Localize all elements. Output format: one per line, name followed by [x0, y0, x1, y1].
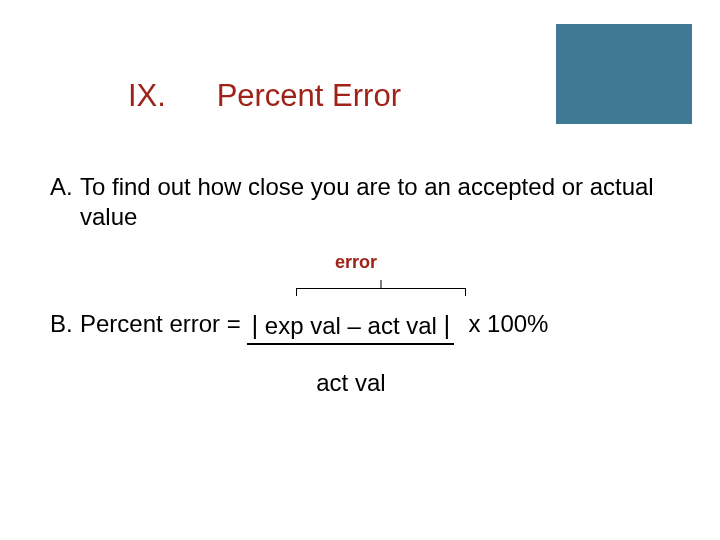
- bullet-a: A.To find out how close you are to an ac…: [50, 172, 680, 232]
- numerator-text: exp val – act val: [258, 312, 443, 339]
- bullet-a-text: To find out how close you are to an acce…: [80, 172, 680, 232]
- formula-numerator: | exp val – act val |: [247, 310, 454, 345]
- slide: IX. Percent Error A.To find out how clos…: [0, 0, 720, 540]
- formula-lead: Percent error =: [80, 310, 247, 337]
- bracket-left: [296, 288, 297, 296]
- error-annotation-label: error: [335, 252, 377, 273]
- formula-times: x 100%: [454, 310, 548, 338]
- title-roman: IX.: [128, 78, 208, 114]
- formula-fraction: | exp val – act val |act val: [247, 310, 454, 397]
- bracket-right: [465, 288, 466, 296]
- bullet-a-marker: A.: [50, 172, 80, 202]
- header-accent-block: [556, 24, 692, 124]
- title-text: Percent Error: [217, 78, 401, 113]
- bullet-b: B.Percent error = | exp val – act val |a…: [50, 310, 700, 397]
- bracket-bar: [296, 288, 466, 289]
- bullet-b-marker: B.: [50, 310, 80, 338]
- bracket-annotation: [296, 280, 466, 298]
- formula-denominator: act val: [247, 345, 454, 397]
- abs-close: |: [444, 310, 451, 340]
- slide-title: IX. Percent Error: [128, 78, 401, 114]
- bracket-stem: [381, 280, 382, 288]
